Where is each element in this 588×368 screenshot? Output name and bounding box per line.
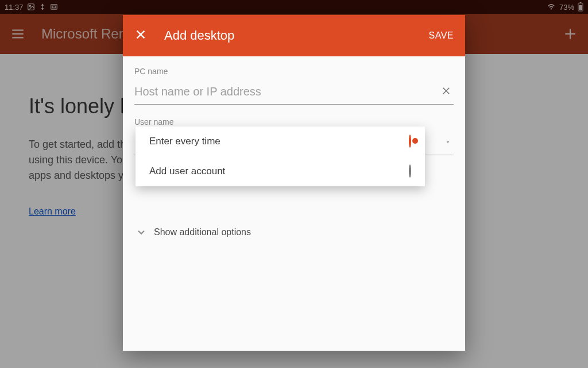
option-label: Add user account [149,166,225,177]
pc-name-label: PC name [134,67,454,76]
user-name-label: User name [134,117,454,126]
radio-selected-icon [409,136,411,147]
option-enter-every-time[interactable]: Enter every time [136,126,425,156]
dialog-header: Add desktop SAVE [123,15,465,56]
show-more-label: Show additional options [154,227,251,237]
radio-unselected-icon [409,166,411,177]
dropdown-caret-icon [444,137,451,148]
option-label: Enter every time [149,136,220,147]
dialog-body: PC name User name Enter every time Add u… [123,56,465,351]
dialog-title: Add desktop [164,28,429,43]
option-add-user-account[interactable]: Add user account [136,156,425,186]
show-additional-options[interactable]: Show additional options [134,227,454,238]
user-name-dropdown: Enter every time Add user account [136,126,425,186]
close-icon[interactable] [134,28,147,43]
add-desktop-dialog: Add desktop SAVE PC name User name Enter… [123,15,465,351]
chevron-down-icon [136,227,147,238]
clear-input-icon[interactable] [439,86,454,98]
save-button[interactable]: SAVE [429,30,454,41]
pc-name-input[interactable] [134,85,439,98]
